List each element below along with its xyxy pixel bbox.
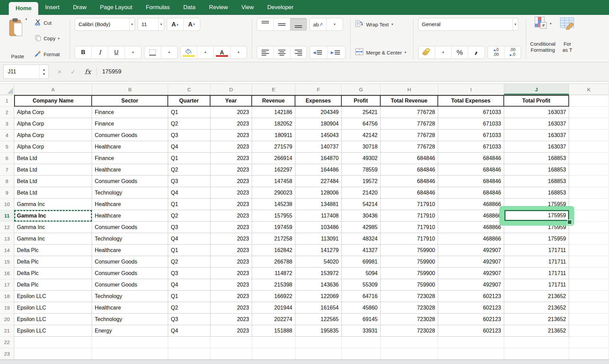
cell-G20[interactable]: 69145 — [342, 314, 381, 325]
fill-handle[interactable] — [568, 220, 571, 224]
cell-F9[interactable]: 128006 — [295, 187, 342, 199]
row-header-6[interactable]: 6 — [0, 153, 14, 164]
align-top-button[interactable] — [257, 18, 273, 30]
column-header-F[interactable]: F — [295, 84, 342, 95]
cell-H17[interactable]: 759900 — [381, 279, 438, 291]
cell-D3[interactable]: 2023 — [210, 118, 252, 130]
cell-K18[interactable] — [569, 291, 609, 302]
cell-K1[interactable] — [569, 95, 609, 107]
cell-F18[interactable]: 122069 — [295, 291, 342, 302]
percent-style-button[interactable]: % — [451, 46, 468, 59]
cell-J4[interactable]: 163037 — [504, 130, 569, 141]
cell-D19[interactable]: 2023 — [210, 302, 252, 314]
cell-I23[interactable] — [438, 348, 504, 360]
cell-F20[interactable]: 122565 — [295, 314, 342, 325]
cell-B16[interactable]: Consumer Goods — [92, 268, 168, 279]
cell-C15[interactable]: Q2 — [168, 256, 210, 268]
format-painter-button[interactable]: Format — [35, 50, 60, 59]
cell-E8[interactable]: 147458 — [252, 176, 295, 187]
cell-K8[interactable] — [569, 176, 609, 187]
column-header-G[interactable]: G — [342, 84, 381, 95]
cell-G19[interactable]: 45860 — [342, 302, 381, 314]
formula-input[interactable]: 175959 — [102, 68, 121, 75]
cell-I18[interactable]: 602123 — [438, 291, 504, 302]
cell-C16[interactable]: Q3 — [168, 268, 210, 279]
cell-C6[interactable]: Q1 — [168, 153, 210, 164]
row-header-19[interactable]: 19 — [0, 302, 14, 314]
cell-F22[interactable] — [295, 337, 342, 348]
cell-I17[interactable]: 492907 — [438, 279, 504, 291]
decrease-indent-button[interactable]: ◀ — [310, 46, 327, 59]
underline-menu-button[interactable]: ▾ — [125, 46, 141, 59]
cell-A14[interactable]: Delta Plc — [14, 245, 92, 256]
cell-H21[interactable]: 723028 — [381, 325, 438, 337]
cell-F23[interactable] — [295, 348, 342, 360]
font-color-button[interactable]: A — [213, 46, 230, 59]
cell-H11[interactable]: 717910 — [381, 210, 438, 222]
cell-I16[interactable]: 492907 — [438, 268, 504, 279]
cell-B2[interactable]: Finance — [92, 107, 168, 118]
cell-B23[interactable] — [92, 348, 168, 360]
align-middle-button[interactable] — [273, 18, 290, 30]
row-header-13[interactable]: 13 — [0, 233, 14, 245]
conditional-formatting-button[interactable]: ≠ ▾ ConditionalFormatting — [528, 15, 558, 55]
cell-J20[interactable]: 213652 — [504, 314, 569, 325]
tab-developer[interactable]: Developer — [261, 0, 300, 15]
cell-A13[interactable]: Gamma Inc — [14, 233, 92, 245]
row-header-21[interactable]: 21 — [0, 325, 14, 337]
cell-J21[interactable]: 213652 — [504, 325, 569, 337]
fill-color-menu-button[interactable]: ▾ — [197, 46, 213, 59]
cell-E10[interactable]: 145238 — [252, 199, 295, 210]
cell-C17[interactable]: Q4 — [168, 279, 210, 291]
cell-D22[interactable] — [210, 337, 252, 348]
cell-J15[interactable]: 171711 — [504, 256, 569, 268]
comma-style-button[interactable]: , — [468, 46, 484, 59]
cell-K21[interactable] — [569, 325, 609, 337]
row-header-4[interactable]: 4 — [0, 130, 14, 141]
row-header-11[interactable]: 11 — [0, 210, 14, 222]
cell-D5[interactable]: 2023 — [210, 141, 252, 153]
cell-H19[interactable]: 723028 — [381, 302, 438, 314]
cell-K22[interactable] — [569, 337, 609, 348]
cell-B19[interactable]: Healthcare — [92, 302, 168, 314]
cell-A20[interactable]: Epsilon LLC — [14, 314, 92, 325]
cell-F16[interactable]: 153972 — [295, 268, 342, 279]
cell-A19[interactable]: Epsilon LLC — [14, 302, 92, 314]
enter-icon[interactable]: ✓ — [70, 68, 76, 76]
cell-A1[interactable]: Company Name — [14, 95, 92, 107]
cell-D11[interactable]: 2023 — [210, 210, 252, 222]
cell-C22[interactable] — [168, 337, 210, 348]
cell-A6[interactable]: Beta Ltd — [14, 153, 92, 164]
cell-B5[interactable]: Healthcare — [92, 141, 168, 153]
cell-F7[interactable]: 164486 — [295, 164, 342, 176]
cell-J13[interactable]: 175959 — [504, 233, 569, 245]
cell-H18[interactable]: 723028 — [381, 291, 438, 302]
cell-I15[interactable]: 492907 — [438, 256, 504, 268]
cell-A12[interactable]: Gamma Inc — [14, 222, 92, 233]
cell-G18[interactable]: 64716 — [342, 291, 381, 302]
cell-A4[interactable]: Alpha Corp — [14, 130, 92, 141]
cell-J5[interactable]: 163037 — [504, 141, 569, 153]
cell-D16[interactable]: 2023 — [210, 268, 252, 279]
cell-A8[interactable]: Beta Ltd — [14, 176, 92, 187]
cell-F10[interactable]: 134881 — [295, 199, 342, 210]
cell-K17[interactable] — [569, 279, 609, 291]
row-header-5[interactable]: 5 — [0, 141, 14, 153]
row-header-7[interactable]: 7 — [0, 164, 14, 176]
cell-B18[interactable]: Technology — [92, 291, 168, 302]
cell-I19[interactable]: 602123 — [438, 302, 504, 314]
row-header-23[interactable]: 23 — [0, 348, 14, 360]
cell-B10[interactable]: Healthcare — [92, 199, 168, 210]
cell-H1[interactable]: Total Revenue — [381, 95, 438, 107]
cell-I7[interactable]: 684846 — [438, 164, 504, 176]
column-header-A[interactable]: A — [14, 84, 92, 95]
cell-K10[interactable] — [569, 199, 609, 210]
cell-F4[interactable]: 145043 — [295, 130, 342, 141]
column-header-D[interactable]: D — [210, 84, 252, 95]
cell-I3[interactable]: 671033 — [438, 118, 504, 130]
merge-center-button[interactable]: Merge & Center ▾ — [355, 46, 406, 59]
cell-C19[interactable]: Q2 — [168, 302, 210, 314]
cell-H15[interactable]: 759900 — [381, 256, 438, 268]
font-name-select[interactable]: Calibri (Body) ▾ — [75, 18, 135, 31]
cell-B22[interactable] — [92, 337, 168, 348]
